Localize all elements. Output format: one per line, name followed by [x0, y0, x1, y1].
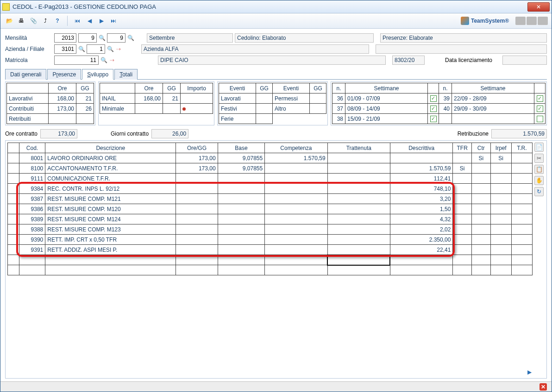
grid-header[interactable] [8, 143, 19, 153]
grid-cell[interactable] [8, 184, 19, 194]
tool-cut-icon[interactable]: ✂ [534, 154, 544, 163]
tool-refresh-icon[interactable]: ↻ [534, 187, 544, 196]
grid-cell[interactable] [327, 153, 390, 163]
grid-cell[interactable] [472, 184, 491, 194]
grid-cell[interactable] [453, 153, 472, 163]
min-icon[interactable] [515, 17, 526, 25]
table-row[interactable]: 9389REST. MISURE COMP. M1244,32 [8, 214, 533, 224]
grid-cell[interactable] [218, 255, 265, 265]
grid-cell[interactable] [453, 184, 472, 194]
grid-cell[interactable] [265, 204, 327, 214]
grid-cell[interactable] [218, 204, 265, 214]
grid-cell[interactable] [8, 245, 19, 255]
table-row[interactable]: 9386REST. MISURE COMP. M1201,50 [8, 204, 533, 214]
grid-cell[interactable] [511, 265, 532, 275]
grid-cell[interactable] [8, 153, 19, 163]
azienda-input[interactable] [54, 44, 76, 54]
grid-cell[interactable] [218, 214, 265, 224]
open-icon[interactable]: 📂 [4, 16, 14, 26]
month1-input[interactable] [78, 33, 97, 43]
grid-cell[interactable] [472, 235, 491, 245]
grid-cell[interactable] [45, 265, 176, 275]
nav-first-icon[interactable]: ⏮ [72, 16, 82, 26]
grid-cell[interactable] [327, 194, 390, 204]
grid-cell[interactable] [8, 194, 19, 204]
grid-cell[interactable] [453, 204, 472, 214]
grid-header[interactable]: Irpef [490, 143, 511, 153]
grid-cell[interactable] [490, 245, 511, 255]
search-icon[interactable]: 🔍 [78, 46, 85, 52]
grid-cell[interactable] [453, 214, 472, 224]
grid-cell[interactable]: RETT. ADDIZ. ASPI MESI P. [45, 245, 176, 255]
grid-cell[interactable]: REC. CONTR. INPS L. 92/12 [45, 184, 176, 194]
grid-cell[interactable]: 22,41 [390, 245, 452, 255]
scroll-right-icon[interactable]: ▶ [527, 369, 532, 375]
grid-cell[interactable]: 3,20 [390, 194, 452, 204]
grid-cell[interactable]: 9388 [19, 224, 45, 235]
grid-cell[interactable] [176, 194, 218, 204]
grid-cell[interactable] [8, 235, 19, 245]
grid-cell[interactable] [490, 235, 511, 245]
grid-cell[interactable] [265, 235, 327, 245]
help-icon[interactable]: ? [52, 16, 63, 26]
grid-cell[interactable] [511, 245, 532, 255]
grid-cell[interactable] [327, 204, 390, 214]
grid-cell[interactable] [453, 224, 472, 235]
grid-cell[interactable] [511, 174, 532, 184]
grid-cell[interactable] [265, 245, 327, 255]
grid-cell[interactable] [8, 255, 19, 265]
grid-cell[interactable] [19, 265, 45, 275]
grid-cell[interactable]: COMUNICAZIONE T.F.R. [45, 174, 176, 184]
grid-header[interactable]: TFR [453, 143, 472, 153]
filiale-input[interactable] [87, 44, 105, 54]
table-row[interactable]: 9388REST. MISURE COMP. M1232,02 [8, 224, 533, 235]
grid-cell[interactable]: 9391 [19, 245, 45, 255]
grid-cell[interactable]: 173,00 [176, 163, 218, 174]
attach-icon[interactable]: 📎 [28, 16, 38, 26]
search-icon[interactable]: 🔍 [107, 46, 113, 52]
tool-copy-icon[interactable]: 📄 [534, 143, 544, 152]
grid-cell[interactable]: 4,32 [390, 214, 452, 224]
grid-cell[interactable] [327, 224, 390, 235]
grid-cell[interactable] [511, 153, 532, 163]
grid-cell[interactable] [490, 224, 511, 235]
grid-cell[interactable] [218, 265, 265, 275]
grid-cell[interactable]: 9387 [19, 194, 45, 204]
grid-cell[interactable]: REST. MISURE COMP. M120 [45, 204, 176, 214]
grid-cell[interactable] [511, 204, 532, 214]
grid-cell[interactable] [511, 235, 532, 245]
grid-cell[interactable]: 9386 [19, 204, 45, 214]
grid-header[interactable]: Ore/GG [176, 143, 218, 153]
matricola-input[interactable] [54, 56, 99, 65]
grid-cell[interactable] [8, 265, 19, 275]
grid-cell[interactable] [327, 245, 390, 255]
grid-cell[interactable]: LAVORO ORDINARIO ORE [45, 153, 176, 163]
grid-cell[interactable] [176, 245, 218, 255]
grid-cell[interactable] [453, 235, 472, 245]
year-input[interactable] [54, 33, 76, 43]
search-icon[interactable]: 🔍 [99, 35, 105, 41]
grid-header[interactable]: Base [218, 143, 265, 153]
grid-header[interactable]: Cod. [19, 143, 45, 153]
grid-cell[interactable] [390, 153, 452, 163]
print-icon[interactable]: 🖶 [16, 16, 26, 26]
search-icon[interactable]: 🔍 [127, 35, 134, 41]
grid-cell[interactable] [218, 235, 265, 245]
tab-sviluppo[interactable]: Sviluppo [82, 69, 113, 80]
grid-cell[interactable]: 9111 [19, 174, 45, 184]
grid-cell[interactable] [472, 194, 491, 204]
grid-cell[interactable] [511, 163, 532, 174]
grid-cell[interactable] [490, 194, 511, 204]
grid-cell[interactable]: 9,07855 [218, 153, 265, 163]
grid-cell[interactable] [176, 204, 218, 214]
grid-cell[interactable] [176, 224, 218, 235]
grid-cell[interactable] [490, 163, 511, 174]
grid-cell[interactable] [265, 224, 327, 235]
grid-cell[interactable] [472, 245, 491, 255]
grid-cell[interactable]: ACCANTONAMENTO T.F.R. [45, 163, 176, 174]
grid-cell[interactable] [490, 214, 511, 224]
grid-cell[interactable] [19, 255, 45, 265]
grid-cell[interactable] [472, 204, 491, 214]
grid-cell[interactable] [327, 174, 390, 184]
grid-cell[interactable]: 9390 [19, 235, 45, 245]
